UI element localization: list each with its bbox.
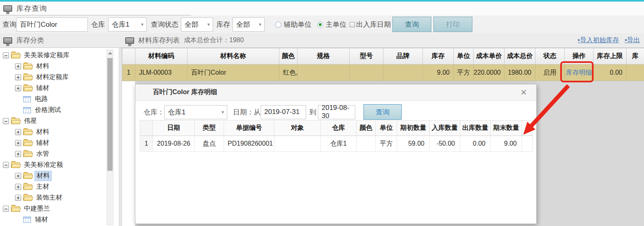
- modal-table-row[interactable]: 1 2019-08-26 盘点 PD1908260001 仓库1 平方 59.0…: [140, 136, 533, 152]
- col-model[interactable]: 型号: [350, 48, 383, 65]
- mcol-rownum[interactable]: [140, 121, 153, 136]
- tree-item-label[interactable]: 价格测试: [33, 105, 63, 115]
- expand-icon[interactable]: [15, 195, 21, 201]
- tree-item-label[interactable]: 美美标准定额: [22, 160, 65, 170]
- mcol-object[interactable]: 对象: [274, 121, 321, 136]
- collapse-icon[interactable]: [3, 52, 9, 58]
- tree-item-label[interactable]: 电路: [33, 95, 50, 104]
- expand-icon[interactable]: [15, 184, 21, 190]
- collapse-icon[interactable]: [3, 206, 9, 212]
- mcol-doc-no[interactable]: 单据编号: [224, 121, 274, 136]
- mcol-unit[interactable]: 单位: [376, 121, 397, 136]
- export-link[interactable]: •导出: [624, 36, 640, 45]
- tree-item-label[interactable]: 材料: [35, 127, 51, 137]
- tree-item-selected[interactable]: 材料: [0, 170, 119, 181]
- tree-item[interactable]: 材料: [0, 61, 119, 72]
- col-spec[interactable]: 规格: [298, 48, 350, 65]
- modal-titlebar: 百叶门Color 库存明细: [135, 84, 536, 101]
- tree-item[interactable]: 主材: [0, 181, 119, 192]
- expand-icon[interactable]: [15, 85, 21, 91]
- tree-item-label[interactable]: 辅材: [35, 138, 51, 148]
- tree-item[interactable]: 美美标准定额: [0, 159, 119, 170]
- tree-item[interactable]: 水管: [0, 149, 119, 159]
- tree-item[interactable]: 材料定额库: [0, 72, 119, 83]
- expand-icon[interactable]: [15, 74, 21, 80]
- warehouse-select[interactable]: 仓库1 ▼: [108, 17, 147, 32]
- tree-item-label[interactable]: 装饰主材: [35, 193, 64, 202]
- col-lower-limit-clipped[interactable]: 库: [627, 48, 644, 65]
- tree-item-label[interactable]: 辅材: [35, 84, 51, 93]
- col-stock[interactable]: 库存: [423, 48, 454, 65]
- expand-icon[interactable]: [15, 63, 21, 69]
- tree-item-label[interactable]: 主材: [35, 182, 51, 192]
- mcol-opening-qty[interactable]: 期初数量: [397, 121, 430, 136]
- search-button[interactable]: 查询: [392, 17, 431, 32]
- tree-item[interactable]: 电路: [0, 94, 119, 105]
- scroll-up-arrow-icon[interactable]: [107, 50, 113, 56]
- tree-item-label[interactable]: 材料定额库: [35, 73, 70, 82]
- mcol-type[interactable]: 类型: [195, 121, 224, 136]
- col-action[interactable]: 操作: [565, 48, 594, 65]
- tree-item-label[interactable]: 美美装修定额库: [22, 51, 71, 60]
- import-initial-stock-link[interactable]: •导入初始库存: [578, 36, 619, 45]
- col-material-code[interactable]: 材料编码: [135, 48, 187, 65]
- mcol-out-qty[interactable]: 出库数量: [460, 121, 491, 136]
- tree-item[interactable]: 辅材: [0, 138, 119, 149]
- date-to-input[interactable]: 2019-08-30: [318, 105, 355, 119]
- close-icon[interactable]: ×: [518, 86, 530, 98]
- stock-detail-link[interactable]: 库存明细: [566, 69, 592, 76]
- print-button[interactable]: 打印: [433, 17, 472, 32]
- date-from-input[interactable]: 2019-07-31: [261, 105, 306, 119]
- collapse-icon[interactable]: [3, 118, 9, 124]
- stock-select[interactable]: 全部 ▼: [233, 17, 265, 32]
- tree-item-label[interactable]: 伟星: [22, 116, 39, 126]
- expand-icon[interactable]: [15, 129, 21, 135]
- col-brand[interactable]: 品牌: [383, 48, 423, 65]
- inout-date-checkbox[interactable]: [350, 22, 355, 27]
- col-rownum[interactable]: [122, 48, 135, 65]
- tree-item[interactable]: 伟星: [0, 116, 119, 127]
- status-value: 全部: [185, 20, 198, 29]
- aux-unit-radio[interactable]: [275, 22, 281, 28]
- sidebar-scrollbar[interactable]: [107, 50, 113, 225]
- tree-item-label[interactable]: 材料: [35, 62, 51, 71]
- tree-item[interactable]: 材料: [0, 127, 119, 138]
- col-unit[interactable]: 单位: [454, 48, 474, 65]
- expand-icon[interactable]: [15, 140, 21, 146]
- mcol-warehouse[interactable]: 仓库: [321, 121, 357, 136]
- col-color[interactable]: 颜色: [279, 48, 298, 65]
- col-total-cost[interactable]: 成本总价: [505, 48, 535, 65]
- tree-item[interactable]: 辅材: [0, 83, 119, 94]
- tree-item-label[interactable]: 辅材: [33, 215, 50, 224]
- tree-item-label[interactable]: 水管: [35, 149, 51, 159]
- panel-splitter[interactable]: [119, 48, 122, 226]
- col-unit-cost[interactable]: 成本单价: [474, 48, 505, 65]
- mcol-closing-qty[interactable]: 期末数量: [491, 121, 522, 136]
- tree-item[interactable]: 美美装修定额库: [0, 50, 119, 61]
- status-select[interactable]: 全部 ▼: [181, 17, 213, 32]
- col-upper-limit[interactable]: 库存上限: [594, 48, 627, 65]
- query-input[interactable]: 百叶门Color: [16, 17, 88, 32]
- collapse-icon[interactable]: [3, 162, 9, 168]
- modal-warehouse-select[interactable]: 仓库1 ▼: [164, 105, 227, 119]
- cell-status: 启用: [535, 65, 565, 81]
- tree-item[interactable]: 装饰主材: [0, 192, 119, 203]
- col-material-name[interactable]: 材料名称: [187, 48, 279, 65]
- mcol-date[interactable]: 日期: [153, 121, 195, 136]
- mcol-color[interactable]: 颜色: [357, 121, 376, 136]
- tree-item[interactable]: 辅材: [0, 214, 119, 225]
- modal-search-button[interactable]: 查询: [363, 104, 402, 120]
- tree-item-label[interactable]: 材料: [35, 171, 52, 181]
- tree-item[interactable]: 价格测试: [0, 105, 119, 116]
- mcol-extra[interactable]: [522, 121, 533, 136]
- table-row[interactable]: 1 JLM-00003 百叶门Color 红色, 9.00 平方 220.000…: [122, 65, 644, 81]
- mcol-in-qty[interactable]: 入库数量: [430, 121, 460, 136]
- modal-warehouse-label: 仓库：: [144, 108, 164, 117]
- tree-item-label[interactable]: 中建墨兰: [22, 204, 52, 213]
- tree-item[interactable]: 中建墨兰: [0, 203, 119, 214]
- scrollbar-thumb[interactable]: [107, 58, 113, 171]
- col-status[interactable]: 状态: [535, 48, 565, 65]
- main-unit-radio[interactable]: [317, 22, 323, 28]
- expand-icon[interactable]: [15, 173, 21, 179]
- expand-icon[interactable]: [15, 151, 21, 157]
